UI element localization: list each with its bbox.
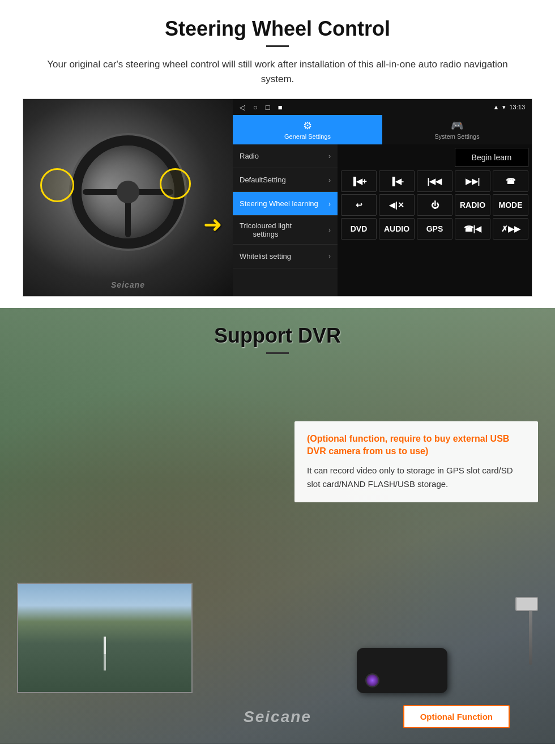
status-time: 13:13	[509, 104, 525, 110]
statusbar-nav: ◁ ○ □ ■	[240, 103, 283, 112]
menu-item-defaultsetting[interactable]: DefaultSetting ›	[233, 168, 338, 192]
ctrl-gps[interactable]: GPS	[417, 218, 452, 240]
ctrl-power[interactable]: ⏻	[417, 194, 452, 216]
ctrl-prev[interactable]: |◀◀	[417, 170, 452, 192]
menu-whitelist-label: Whitelist setting	[240, 252, 291, 260]
nav-square-icon[interactable]: □	[266, 103, 270, 112]
steering-content-block: ➜ Seicane ◁ ○ □ ■ ▲ ▾ 13:13	[23, 99, 532, 297]
ctrl-vol-down[interactable]: ▐◀-	[379, 170, 415, 192]
chevron-icon: ›	[328, 152, 331, 160]
control-buttons-row1: ▐◀+ ▐◀- |◀◀ ▶▶| ☎	[341, 170, 528, 192]
ctrl-phone[interactable]: ☎	[493, 170, 528, 192]
chevron-icon: ›	[328, 176, 331, 184]
menu-list: Radio › DefaultSetting › Steering Wheel …	[233, 144, 338, 296]
dvr-info-card: (Optional function, require to buy exter…	[294, 421, 538, 502]
control-buttons-row2: ↩ ◀|✕ ⏻ RADIO MODE	[341, 194, 528, 216]
dvr-section: Support DVR (Optional function, require …	[0, 308, 555, 744]
control-buttons-row3: DVD AUDIO GPS ☎|◀ ✗▶▶	[341, 218, 528, 240]
steering-wheel-image: ➜ Seicane	[23, 99, 233, 296]
wifi-icon: ▾	[502, 104, 506, 111]
nav-back-icon[interactable]: ◁	[240, 103, 245, 112]
dvr-optional-text: (Optional function, require to buy exter…	[307, 433, 526, 458]
wheel-hub	[117, 181, 139, 203]
signal-icon: ▲	[493, 104, 500, 110]
begin-learn-row: Begin learn	[341, 148, 528, 167]
menu-tricoloured-label: Tricoloured lightsettings	[240, 221, 292, 238]
menu-steering-label: Steering Wheel learning	[240, 199, 318, 208]
chevron-icon: ›	[328, 253, 331, 260]
arrow-overlay: ➜	[203, 211, 223, 237]
highlight-circle-right	[160, 168, 191, 199]
usb-connector	[515, 597, 538, 611]
ctrl-mute[interactable]: ◀|✕	[379, 194, 415, 216]
controls-area: Begin learn ▐◀+ ▐◀- |◀◀ ▶▶| ☎ ↩ ◀|✕ ⏻	[338, 144, 532, 296]
chevron-icon: ›	[328, 226, 331, 234]
menu-item-radio[interactable]: Radio ›	[233, 144, 338, 168]
dvr-small-photo	[17, 583, 193, 693]
ctrl-vol-up[interactable]: ▐◀+	[341, 170, 377, 192]
tab-system-label: System Settings	[434, 133, 479, 140]
dvr-photo-inner	[18, 584, 191, 692]
camera-body	[340, 597, 538, 710]
seicane-watermark-dvr: Seicane	[244, 708, 311, 726]
chevron-icon: ›	[328, 200, 331, 208]
ctrl-dvd[interactable]: DVD	[341, 218, 377, 240]
system-icon: 🎮	[451, 119, 463, 132]
highlight-circle-left	[40, 168, 74, 202]
android-panel: ◁ ○ □ ■ ▲ ▾ 13:13 ⚙ General Settings	[233, 99, 532, 296]
android-tabs: ⚙ General Settings 🎮 System Settings	[233, 115, 532, 144]
statusbar-right: ▲ ▾ 13:13	[493, 104, 525, 111]
ctrl-tel-prev[interactable]: ☎|◀	[455, 218, 490, 240]
ctrl-audio[interactable]: AUDIO	[379, 218, 415, 240]
seicane-watermark-steering: Seicane	[111, 280, 145, 289]
page-title: Steering Wheel Control	[23, 17, 532, 41]
title-divider	[266, 45, 289, 47]
road-line-2	[104, 637, 106, 654]
steering-section: Steering Wheel Control Your original car…	[0, 0, 555, 308]
menu-item-whitelist[interactable]: Whitelist setting ›	[233, 245, 338, 268]
menu-default-label: DefaultSetting	[240, 176, 286, 184]
dvr-divider	[266, 352, 289, 354]
ctrl-radio[interactable]: RADIO	[455, 194, 490, 216]
android-body: Radio › DefaultSetting › Steering Wheel …	[233, 144, 532, 296]
nav-menu-icon[interactable]: ■	[278, 103, 283, 112]
menu-item-tricoloured[interactable]: Tricoloured lightsettings ›	[233, 216, 338, 245]
dvr-title: Support DVR	[0, 324, 555, 348]
tab-general-settings[interactable]: ⚙ General Settings	[233, 115, 382, 144]
menu-item-steering-learning[interactable]: Steering Wheel learning ›	[233, 192, 338, 216]
section-description: Your original car's steering wheel contr…	[45, 57, 510, 86]
optional-function-button[interactable]: Optional Function	[403, 705, 510, 728]
dvr-title-block: Support DVR	[0, 308, 555, 360]
dvr-body-text: It can record video only to storage in G…	[307, 464, 526, 491]
begin-learn-button[interactable]: Begin learn	[455, 148, 528, 167]
tab-general-label: General Settings	[284, 133, 331, 140]
menu-radio-label: Radio	[240, 152, 259, 160]
android-statusbar: ◁ ○ □ ■ ▲ ▾ 13:13	[233, 99, 532, 115]
ctrl-next[interactable]: ▶▶|	[455, 170, 490, 192]
tab-system-settings[interactable]: 🎮 System Settings	[382, 115, 532, 144]
nav-home-icon[interactable]: ○	[253, 103, 258, 112]
steering-photo: ➜ Seicane	[23, 99, 233, 296]
ctrl-tel-next[interactable]: ✗▶▶	[493, 218, 528, 240]
gear-icon: ⚙	[303, 119, 312, 132]
camera-housing	[357, 648, 447, 693]
ctrl-hangup[interactable]: ↩	[341, 194, 377, 216]
ctrl-mode[interactable]: MODE	[493, 194, 528, 216]
camera-lens	[365, 673, 379, 687]
dvr-camera-device	[340, 597, 538, 710]
